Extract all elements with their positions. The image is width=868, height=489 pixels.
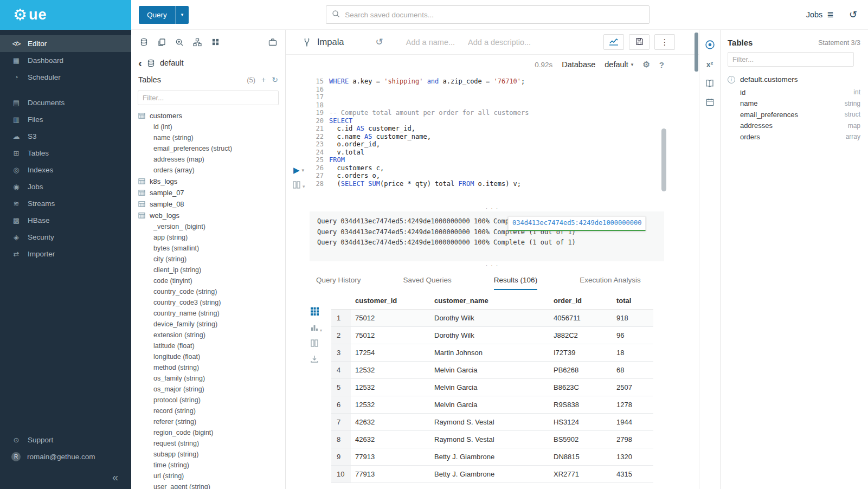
- table-row[interactable]: 412532Melvin GarciaPB626868: [331, 362, 653, 379]
- tree-column[interactable]: email_preferences (struct): [138, 143, 285, 154]
- tree-column[interactable]: url (string): [138, 471, 285, 481]
- hue-logo[interactable]: ⚙ ue: [0, 0, 131, 30]
- query-dropdown-caret[interactable]: ▾: [175, 6, 189, 24]
- info-icon[interactable]: i: [728, 76, 735, 83]
- query-id-link[interactable]: 034d413ec7474ed5:4249de1000000000: [508, 216, 646, 231]
- column-item-orders[interactable]: ordersarray: [721, 131, 868, 143]
- tree-column[interactable]: latitude (float): [138, 340, 285, 351]
- execute-options-caret[interactable]: ▾: [302, 168, 305, 174]
- tree-column[interactable]: country_code3 (string): [138, 297, 285, 308]
- sidebar-item-security[interactable]: ◈Security: [0, 229, 131, 246]
- resize-handle-bottom[interactable]: [286, 261, 699, 268]
- tree-column[interactable]: record (string): [138, 406, 285, 416]
- tree-column[interactable]: orders (array): [138, 165, 285, 176]
- tree-column[interactable]: app (string): [138, 232, 285, 243]
- superscript-icon[interactable]: x²: [706, 60, 713, 69]
- tree-column[interactable]: extension (string): [138, 330, 285, 340]
- apps-icon[interactable]: [210, 37, 220, 47]
- tree-column[interactable]: client_ip (string): [138, 265, 285, 275]
- download-button[interactable]: [311, 355, 322, 364]
- tree-column[interactable]: subapp (string): [138, 449, 285, 460]
- sidebar-item-editor[interactable]: </>Editor: [0, 35, 131, 52]
- column-item-id[interactable]: idint: [721, 87, 868, 98]
- tree-column[interactable]: longitude (float): [138, 351, 285, 362]
- tree-table-customers[interactable]: customers: [138, 110, 285, 121]
- sidebar-item-hbase[interactable]: ▩HBase: [0, 212, 131, 229]
- sidebar-item-files[interactable]: ▥Files: [0, 111, 131, 128]
- engine-selector[interactable]: Impala: [302, 37, 344, 47]
- column-item-addresses[interactable]: addressesmap: [721, 120, 868, 132]
- sidebar-item-user[interactable]: R romain@gethue.com: [0, 448, 131, 465]
- sidebar-item-jobs[interactable]: ◉Jobs: [0, 178, 131, 195]
- query-name-field[interactable]: Add a name...: [406, 38, 455, 47]
- add-table-icon[interactable]: +: [261, 75, 266, 84]
- editor-scrollbar[interactable]: [661, 128, 666, 191]
- save-button[interactable]: [629, 34, 650, 50]
- bar-chart-button[interactable]: ▾: [311, 324, 322, 333]
- chart-button[interactable]: [603, 34, 624, 50]
- search-input[interactable]: [345, 11, 644, 19]
- tree-column[interactable]: _version_ (bigint): [138, 221, 285, 232]
- tree-column[interactable]: user_agent (string): [138, 481, 285, 489]
- columns-button[interactable]: [311, 339, 322, 349]
- calendar-icon[interactable]: [706, 98, 714, 106]
- sitemap-icon[interactable]: [192, 37, 202, 47]
- table-row[interactable]: 1077913Betty J. GiambroneXR27714315: [331, 466, 653, 483]
- code-editor[interactable]: WHERE a.key = 'shipping' and a.zip_code …: [324, 78, 529, 204]
- tree-column[interactable]: bytes (smallint): [138, 243, 285, 254]
- tab-query-history[interactable]: Query History: [316, 276, 361, 290]
- tree-column[interactable]: os_major (string): [138, 384, 285, 395]
- tree-column[interactable]: method (string): [138, 362, 285, 373]
- sidebar-item-documents[interactable]: ▤Documents: [0, 94, 131, 111]
- help-icon[interactable]: ?: [659, 60, 664, 69]
- grid-button[interactable]: [311, 307, 322, 317]
- tree-column[interactable]: name (string): [138, 132, 285, 143]
- sidebar-item-streams[interactable]: ≋Streams: [0, 195, 131, 212]
- result-format-button[interactable]: ▾: [293, 181, 305, 190]
- table-row[interactable]: 275012Dorothy WilkJ882C296: [331, 327, 653, 344]
- copy-icon[interactable]: [157, 37, 166, 47]
- table-filter-input[interactable]: [138, 91, 279, 105]
- database-breadcrumb[interactable]: default: [160, 59, 184, 67]
- column-item-name[interactable]: namestring: [721, 98, 868, 110]
- tree-column[interactable]: country_name (string): [138, 308, 285, 319]
- tree-table-sample-08[interactable]: sample_08: [138, 198, 285, 210]
- table-row[interactable]: 842632Raymond S. VestalBS59022798: [331, 431, 653, 448]
- tree-column[interactable]: request (string): [138, 438, 285, 449]
- active-table-item[interactable]: i default.customers: [721, 72, 868, 87]
- sidebar-collapse-button[interactable]: «: [0, 465, 131, 486]
- tab-saved-queries[interactable]: Saved Queries: [403, 276, 452, 290]
- sidebar-item-tables[interactable]: ⊞Tables: [0, 145, 131, 162]
- table-row[interactable]: 742632Raymond S. VestalHS31241944: [331, 414, 653, 431]
- assistant-icon[interactable]: [705, 40, 715, 50]
- tree-column[interactable]: addresses (map): [138, 154, 285, 165]
- briefcase-icon[interactable]: [268, 37, 278, 47]
- database-icon[interactable]: [139, 37, 149, 47]
- table-row[interactable]: 612532Melvin GarciaR9S8381278: [331, 396, 653, 414]
- execute-button[interactable]: ▶▾: [293, 166, 304, 174]
- tree-column[interactable]: referer (string): [138, 416, 285, 427]
- tree-column[interactable]: country_code (string): [138, 286, 285, 297]
- kebab-button[interactable]: ⋮: [654, 34, 675, 50]
- search-bar[interactable]: [326, 5, 650, 24]
- query-history-icon[interactable]: ↺: [376, 36, 383, 48]
- book-icon[interactable]: [705, 79, 714, 88]
- refresh-icon[interactable]: ↻: [272, 75, 278, 84]
- tree-table-web-logs[interactable]: web_logs: [138, 210, 285, 221]
- database-dropdown[interactable]: default ▾: [605, 60, 633, 69]
- main-scrollbar[interactable]: [695, 33, 698, 72]
- jobs-link[interactable]: Jobs ≣: [806, 10, 834, 20]
- tree-column[interactable]: os_family (string): [138, 373, 285, 384]
- query-description-field[interactable]: Add a descriptio...: [468, 38, 534, 47]
- table-row[interactable]: 317254Martin JohnsonI72T3918: [331, 344, 653, 362]
- right-assist-filter-input[interactable]: [728, 52, 854, 67]
- tree-column[interactable]: time (string): [138, 460, 285, 471]
- sidebar-item-dashboard[interactable]: ▦Dashboard: [0, 52, 131, 69]
- search-plus-icon[interactable]: [175, 37, 184, 47]
- sidebar-item-indexes[interactable]: ◎Indexes: [0, 162, 131, 178]
- tree-column[interactable]: region_code (bigint): [138, 427, 285, 438]
- tree-column[interactable]: id (int): [138, 121, 285, 132]
- tree-column[interactable]: device_family (string): [138, 319, 285, 330]
- sidebar-item-scheduler[interactable]: ◔Scheduler: [0, 69, 131, 86]
- resize-handle-top[interactable]: [286, 204, 699, 211]
